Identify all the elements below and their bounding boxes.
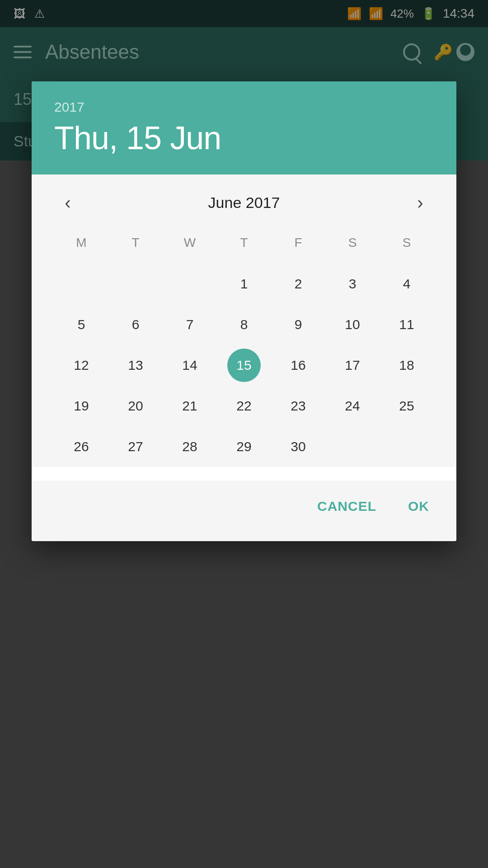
day-header: T bbox=[108, 231, 163, 255]
calendar-cell: 0 bbox=[54, 264, 108, 304]
day-number-14[interactable]: 14 bbox=[173, 349, 206, 382]
calendar-cell[interactable]: 23 bbox=[271, 386, 325, 426]
selected-date-display: Thu, 15 Jun bbox=[54, 119, 434, 156]
dialog-header: 2017 Thu, 15 Jun bbox=[32, 81, 456, 175]
day-header: S bbox=[325, 231, 380, 255]
day-number-11[interactable]: 11 bbox=[390, 308, 423, 341]
calendar-cell[interactable]: 8 bbox=[217, 304, 271, 345]
day-number-30[interactable]: 30 bbox=[282, 430, 315, 463]
day-number-18[interactable]: 18 bbox=[390, 349, 423, 382]
prev-month-button[interactable]: ‹ bbox=[54, 193, 81, 213]
calendar-cell[interactable]: 1 bbox=[217, 264, 271, 304]
day-header: M bbox=[54, 231, 108, 255]
cancel-button[interactable]: CANCEL bbox=[308, 490, 385, 523]
calendar-cell[interactable]: 21 bbox=[163, 386, 217, 426]
day-number-28[interactable]: 28 bbox=[173, 430, 206, 463]
day-header: F bbox=[271, 231, 325, 255]
calendar-cell[interactable]: 3 bbox=[325, 264, 380, 304]
day-number-22[interactable]: 22 bbox=[227, 389, 261, 423]
day-number-24[interactable]: 24 bbox=[336, 389, 369, 423]
day-number-25[interactable]: 25 bbox=[390, 389, 423, 423]
calendar-cell: 0 bbox=[163, 264, 217, 304]
calendar-cell[interactable]: 30 bbox=[271, 426, 325, 467]
month-title: June 2017 bbox=[208, 194, 280, 212]
calendar-cell[interactable]: 28 bbox=[163, 426, 217, 467]
day-number-7[interactable]: 7 bbox=[173, 308, 206, 341]
calendar-cell[interactable]: 19 bbox=[54, 386, 108, 426]
day-number-12[interactable]: 12 bbox=[65, 349, 98, 382]
day-header: W bbox=[163, 231, 217, 255]
day-number-20[interactable]: 20 bbox=[119, 389, 152, 423]
calendar-cell[interactable]: 26 bbox=[54, 426, 108, 467]
day-number-23[interactable]: 23 bbox=[282, 389, 315, 423]
calendar-cell[interactable]: 14 bbox=[163, 345, 217, 386]
calendar-cell: 0 bbox=[325, 426, 380, 467]
day-header: T bbox=[217, 231, 271, 255]
selected-year[interactable]: 2017 bbox=[54, 99, 434, 115]
day-number-1[interactable]: 1 bbox=[227, 267, 261, 301]
calendar-cell[interactable]: 24 bbox=[325, 386, 380, 426]
calendar-cell[interactable]: 11 bbox=[380, 304, 434, 345]
day-number-6[interactable]: 6 bbox=[119, 308, 152, 341]
calendar-cell[interactable]: 16 bbox=[271, 345, 325, 386]
day-number-19[interactable]: 19 bbox=[65, 389, 98, 423]
calendar-cell: 0 bbox=[108, 264, 163, 304]
ok-button[interactable]: OK bbox=[399, 490, 438, 523]
day-number-16[interactable]: 16 bbox=[282, 349, 315, 382]
calendar-cell[interactable]: 13 bbox=[108, 345, 163, 386]
day-number-10[interactable]: 10 bbox=[336, 308, 369, 341]
calendar-cell[interactable]: 20 bbox=[108, 386, 163, 426]
calendar-cell[interactable]: 27 bbox=[108, 426, 163, 467]
day-number-26[interactable]: 26 bbox=[65, 430, 98, 463]
calendar-cell[interactable]: 5 bbox=[54, 304, 108, 345]
day-headers: MTWTFSS bbox=[54, 231, 434, 255]
calendar-cell[interactable]: 15 bbox=[217, 345, 271, 386]
calendar-cell[interactable]: 6 bbox=[108, 304, 163, 345]
day-header: S bbox=[380, 231, 434, 255]
next-month-button[interactable]: › bbox=[407, 193, 434, 213]
calendar-cell[interactable]: 7 bbox=[163, 304, 217, 345]
day-number-9[interactable]: 9 bbox=[282, 308, 315, 341]
calendar-cell[interactable]: 2 bbox=[271, 264, 325, 304]
calendar-cell[interactable]: 22 bbox=[217, 386, 271, 426]
day-number-5[interactable]: 5 bbox=[65, 308, 98, 341]
day-number-8[interactable]: 8 bbox=[227, 308, 261, 341]
calendar-cell[interactable]: 25 bbox=[380, 386, 434, 426]
calendar-cell[interactable]: 18 bbox=[380, 345, 434, 386]
day-number-29[interactable]: 29 bbox=[227, 430, 261, 463]
calendar-cell[interactable]: 17 bbox=[325, 345, 380, 386]
dialog-actions: CANCEL OK bbox=[32, 481, 456, 541]
calendar-grid: 0001234567891011121314151617181920212223… bbox=[54, 264, 434, 467]
day-number-17[interactable]: 17 bbox=[336, 349, 369, 382]
calendar-cell[interactable]: 12 bbox=[54, 345, 108, 386]
day-number-3[interactable]: 3 bbox=[336, 267, 369, 301]
date-picker-dialog: 2017 Thu, 15 Jun ‹ June 2017 › MTWTFSS 0… bbox=[32, 81, 456, 541]
day-number-2[interactable]: 2 bbox=[282, 267, 315, 301]
day-number-15[interactable]: 15 bbox=[227, 349, 261, 382]
calendar-cell[interactable]: 10 bbox=[325, 304, 380, 345]
day-number-4[interactable]: 4 bbox=[390, 267, 423, 301]
day-number-27[interactable]: 27 bbox=[119, 430, 152, 463]
calendar-body: ‹ June 2017 › MTWTFSS 000123456789101112… bbox=[32, 175, 456, 467]
calendar-cell[interactable]: 4 bbox=[380, 264, 434, 304]
day-number-21[interactable]: 21 bbox=[173, 389, 206, 423]
calendar-cell[interactable]: 29 bbox=[217, 426, 271, 467]
month-nav: ‹ June 2017 › bbox=[54, 193, 434, 213]
calendar-cell[interactable]: 9 bbox=[271, 304, 325, 345]
day-number-13[interactable]: 13 bbox=[119, 349, 152, 382]
calendar-cell: 0 bbox=[380, 426, 434, 467]
